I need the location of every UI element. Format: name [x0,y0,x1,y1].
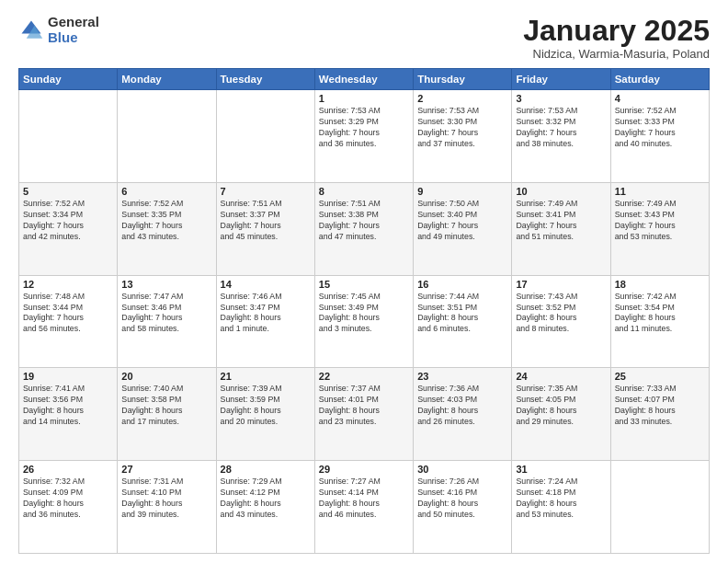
calendar-cell: 18Sunrise: 7:42 AM Sunset: 3:54 PM Dayli… [610,275,709,368]
day-number: 13 [121,279,211,290]
cell-content: Sunrise: 7:42 AM Sunset: 3:54 PM Dayligh… [615,292,705,336]
logo-general: General [48,15,99,30]
day-number: 26 [23,464,113,475]
day-number: 2 [417,93,507,104]
calendar-cell: 2Sunrise: 7:53 AM Sunset: 3:30 PM Daylig… [414,90,512,183]
calendar-cell [19,90,118,183]
cell-content: Sunrise: 7:52 AM Sunset: 3:35 PM Dayligh… [121,199,211,243]
day-number: 11 [615,186,705,197]
cell-content: Sunrise: 7:27 AM Sunset: 4:14 PM Dayligh… [319,477,409,521]
calendar-cell: 10Sunrise: 7:49 AM Sunset: 3:41 PM Dayli… [512,182,610,275]
calendar-cell: 23Sunrise: 7:36 AM Sunset: 4:03 PM Dayli… [414,368,512,461]
calendar-cell: 4Sunrise: 7:52 AM Sunset: 3:33 PM Daylig… [610,90,709,183]
calendar-cell [118,90,216,183]
cell-content: Sunrise: 7:36 AM Sunset: 4:03 PM Dayligh… [417,384,507,428]
day-number: 1 [319,93,409,104]
cell-content: Sunrise: 7:41 AM Sunset: 3:56 PM Dayligh… [23,384,113,428]
cell-content: Sunrise: 7:45 AM Sunset: 3:49 PM Dayligh… [319,292,409,336]
calendar-cell: 27Sunrise: 7:31 AM Sunset: 4:10 PM Dayli… [118,461,216,554]
day-number: 25 [615,371,705,382]
day-header-sunday: Sunday [19,69,118,90]
calendar-cell: 12Sunrise: 7:48 AM Sunset: 3:44 PM Dayli… [19,275,118,368]
cell-content: Sunrise: 7:44 AM Sunset: 3:51 PM Dayligh… [417,292,507,336]
cell-content: Sunrise: 7:47 AM Sunset: 3:46 PM Dayligh… [121,292,211,336]
calendar-cell: 5Sunrise: 7:52 AM Sunset: 3:34 PM Daylig… [19,182,118,275]
day-header-thursday: Thursday [414,69,512,90]
day-number: 14 [221,279,311,290]
day-number: 5 [23,186,113,197]
cell-content: Sunrise: 7:32 AM Sunset: 4:09 PM Dayligh… [23,477,113,521]
calendar-cell: 9Sunrise: 7:50 AM Sunset: 3:40 PM Daylig… [414,182,512,275]
day-number: 28 [221,464,311,475]
calendar-cell: 29Sunrise: 7:27 AM Sunset: 4:14 PM Dayli… [314,461,413,554]
week-row-4: 26Sunrise: 7:32 AM Sunset: 4:09 PM Dayli… [19,461,710,554]
page: General Blue January 2025 Nidzica, Warmi… [0,0,728,563]
day-number: 8 [319,186,409,197]
subtitle: Nidzica, Warmia-Masuria, Poland [523,47,710,61]
day-number: 18 [615,279,705,290]
cell-content: Sunrise: 7:50 AM Sunset: 3:40 PM Dayligh… [417,199,507,243]
cell-content: Sunrise: 7:43 AM Sunset: 3:52 PM Dayligh… [516,292,606,336]
day-number: 3 [516,93,606,104]
day-header-monday: Monday [118,69,216,90]
day-number: 31 [516,464,606,475]
day-number: 27 [121,464,211,475]
calendar-cell: 17Sunrise: 7:43 AM Sunset: 3:52 PM Dayli… [512,275,610,368]
calendar-cell [610,461,709,554]
cell-content: Sunrise: 7:46 AM Sunset: 3:47 PM Dayligh… [221,292,311,336]
calendar-cell: 20Sunrise: 7:40 AM Sunset: 3:58 PM Dayli… [118,368,216,461]
day-number: 23 [417,371,507,382]
day-number: 9 [417,186,507,197]
day-number: 22 [319,371,409,382]
cell-content: Sunrise: 7:53 AM Sunset: 3:32 PM Dayligh… [516,106,606,150]
logo-icon [18,17,44,43]
day-number: 7 [221,186,311,197]
calendar-cell: 7Sunrise: 7:51 AM Sunset: 3:37 PM Daylig… [216,182,314,275]
day-number: 15 [319,279,409,290]
day-number: 6 [121,186,211,197]
calendar-cell: 22Sunrise: 7:37 AM Sunset: 4:01 PM Dayli… [314,368,413,461]
day-number: 21 [221,371,311,382]
cell-content: Sunrise: 7:33 AM Sunset: 4:07 PM Dayligh… [615,384,705,428]
day-number: 19 [23,371,113,382]
day-number: 16 [417,279,507,290]
day-header-row: SundayMondayTuesdayWednesdayThursdayFrid… [19,69,710,90]
calendar-cell: 14Sunrise: 7:46 AM Sunset: 3:47 PM Dayli… [216,275,314,368]
cell-content: Sunrise: 7:52 AM Sunset: 3:34 PM Dayligh… [23,199,113,243]
week-row-1: 5Sunrise: 7:52 AM Sunset: 3:34 PM Daylig… [19,182,710,275]
cell-content: Sunrise: 7:53 AM Sunset: 3:30 PM Dayligh… [417,106,507,150]
calendar-cell: 13Sunrise: 7:47 AM Sunset: 3:46 PM Dayli… [118,275,216,368]
cell-content: Sunrise: 7:29 AM Sunset: 4:12 PM Dayligh… [221,477,311,521]
cell-content: Sunrise: 7:31 AM Sunset: 4:10 PM Dayligh… [121,477,211,521]
logo: General Blue [18,15,99,45]
calendar-cell: 26Sunrise: 7:32 AM Sunset: 4:09 PM Dayli… [19,461,118,554]
cell-content: Sunrise: 7:48 AM Sunset: 3:44 PM Dayligh… [23,292,113,336]
calendar-cell: 8Sunrise: 7:51 AM Sunset: 3:38 PM Daylig… [314,182,413,275]
day-number: 10 [516,186,606,197]
calendar-cell: 11Sunrise: 7:49 AM Sunset: 3:43 PM Dayli… [610,182,709,275]
day-number: 12 [23,279,113,290]
title-block: January 2025 Nidzica, Warmia-Masuria, Po… [523,15,710,61]
cell-content: Sunrise: 7:40 AM Sunset: 3:58 PM Dayligh… [121,384,211,428]
cell-content: Sunrise: 7:39 AM Sunset: 3:59 PM Dayligh… [221,384,311,428]
week-row-3: 19Sunrise: 7:41 AM Sunset: 3:56 PM Dayli… [19,368,710,461]
calendar-cell: 16Sunrise: 7:44 AM Sunset: 3:51 PM Dayli… [414,275,512,368]
calendar-cell: 31Sunrise: 7:24 AM Sunset: 4:18 PM Dayli… [512,461,610,554]
calendar-cell: 24Sunrise: 7:35 AM Sunset: 4:05 PM Dayli… [512,368,610,461]
day-number: 29 [319,464,409,475]
calendar-cell: 3Sunrise: 7:53 AM Sunset: 3:32 PM Daylig… [512,90,610,183]
logo-text: General Blue [48,15,99,45]
cell-content: Sunrise: 7:35 AM Sunset: 4:05 PM Dayligh… [516,384,606,428]
calendar-cell: 1Sunrise: 7:53 AM Sunset: 3:29 PM Daylig… [314,90,413,183]
calendar-cell [216,90,314,183]
day-header-saturday: Saturday [610,69,709,90]
day-header-friday: Friday [512,69,610,90]
cell-content: Sunrise: 7:24 AM Sunset: 4:18 PM Dayligh… [516,477,606,521]
calendar-cell: 25Sunrise: 7:33 AM Sunset: 4:07 PM Dayli… [610,368,709,461]
cell-content: Sunrise: 7:53 AM Sunset: 3:29 PM Dayligh… [319,106,409,150]
day-header-wednesday: Wednesday [314,69,413,90]
cell-content: Sunrise: 7:51 AM Sunset: 3:38 PM Dayligh… [319,199,409,243]
day-number: 4 [615,93,705,104]
calendar-cell: 15Sunrise: 7:45 AM Sunset: 3:49 PM Dayli… [314,275,413,368]
cell-content: Sunrise: 7:49 AM Sunset: 3:41 PM Dayligh… [516,199,606,243]
